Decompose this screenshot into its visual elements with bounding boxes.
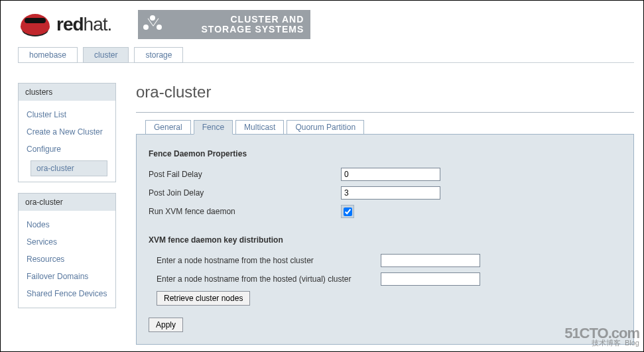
sidebar-item-cluster-list[interactable]: Cluster List (27, 106, 107, 123)
sidebar-item-nodes[interactable]: Nodes (27, 216, 107, 233)
host-hostname-label: Enter a node hostname from the host clus… (149, 256, 381, 265)
post-fail-delay-input[interactable] (341, 168, 440, 181)
post-join-delay-input[interactable] (341, 186, 440, 200)
fence-panel: Fence Daemon Properties Post Fail Delay … (136, 134, 634, 345)
brand-text: redhat. (56, 14, 111, 35)
run-xvm-checkbox-wrap (341, 205, 354, 218)
top-nav: homebase cluster storage (18, 47, 643, 63)
title-rule (136, 112, 634, 113)
banner: CLUSTER ANDSTORAGE SYSTEMS (138, 10, 310, 39)
sidebar-item-failover-domains[interactable]: Failover Domains (27, 268, 107, 285)
sidebar-item-create-cluster[interactable]: Create a New Cluster (27, 123, 107, 141)
run-xvm-label: Run XVM fence daemon (149, 207, 341, 216)
header: redhat. CLUSTER ANDSTORAGE SYSTEMS (1, 1, 643, 43)
sidebar-item-configure[interactable]: Configure (27, 141, 107, 158)
watermark: 51CTO.com 技术博客 Blog (564, 329, 639, 347)
sidebar-item-ora-cluster[interactable]: ora-cluster (31, 160, 107, 176)
subtab-multicast[interactable]: Multicast (235, 120, 284, 135)
sub-tabs: General Fence Multicast Quorum Partition (145, 119, 634, 134)
tab-homebase[interactable]: homebase (18, 47, 78, 63)
retrieve-nodes-button[interactable]: Retrieve cluster nodes (157, 291, 250, 306)
cluster-icon (143, 15, 163, 35)
post-join-delay-label: Post Join Delay (149, 188, 341, 198)
context-title: ora-cluster (19, 194, 115, 211)
virtual-hostname-input[interactable] (381, 272, 480, 286)
tab-cluster[interactable]: cluster (83, 47, 129, 63)
context-box: ora-cluster Nodes Services Resources Fai… (18, 193, 116, 308)
apply-button[interactable]: Apply (149, 318, 183, 332)
fedora-icon (21, 14, 50, 35)
sidebar-item-shared-fence-devices[interactable]: Shared Fence Devices (27, 285, 107, 302)
subtab-quorum[interactable]: Quorum Partition (287, 120, 364, 135)
clusters-title: clusters (19, 84, 115, 101)
tab-storage[interactable]: storage (134, 47, 183, 63)
host-hostname-input[interactable] (381, 254, 480, 267)
page-title: ora-cluster (136, 83, 634, 101)
subtab-general[interactable]: General (145, 120, 191, 135)
xvm-dist-title: XVM fence daemon key distribution (149, 235, 621, 245)
fence-daemon-title: Fence Daemon Properties (149, 149, 621, 158)
redhat-logo: redhat. (21, 14, 111, 35)
run-xvm-checkbox[interactable] (344, 207, 352, 216)
clusters-box: clusters Cluster List Create a New Clust… (18, 83, 116, 182)
sidebar-item-resources[interactable]: Resources (27, 251, 107, 268)
virtual-hostname-label: Enter a node hostname from the hosted (v… (149, 274, 381, 284)
subtab-fence[interactable]: Fence (194, 120, 233, 135)
main-content: ora-cluster General Fence Multicast Quor… (136, 83, 634, 345)
sidebar: clusters Cluster List Create a New Clust… (18, 83, 116, 345)
sidebar-item-services[interactable]: Services (27, 233, 107, 251)
post-fail-delay-label: Post Fail Delay (149, 170, 341, 179)
